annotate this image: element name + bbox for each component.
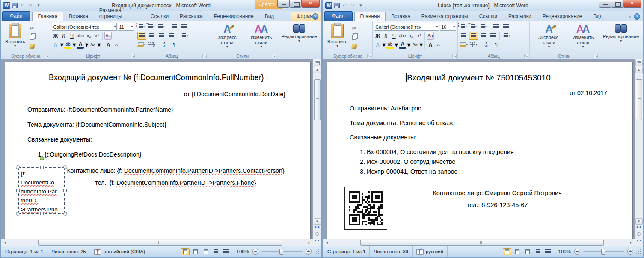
qat-dropdown-icon[interactable]: ▾ <box>35 3 42 8</box>
bullets-button[interactable]: ▾ <box>137 23 146 31</box>
zoom-in-button[interactable]: + <box>627 249 633 255</box>
highlight-button[interactable]: ab <box>64 41 71 49</box>
shrink-font-button[interactable]: А <box>113 41 120 49</box>
bullets-button[interactable]: ▾ <box>459 23 468 31</box>
multilevel-list-button[interactable]: ▾ <box>157 23 166 31</box>
tab-insert[interactable]: Вставка <box>63 12 94 21</box>
italic-button[interactable]: К <box>382 32 389 40</box>
tab-view[interactable]: Вид <box>588 12 608 21</box>
sort-button[interactable]: АЯ↓ <box>160 41 169 49</box>
strikethrough-button[interactable]: abe <box>398 32 407 40</box>
selected-textbox[interactable]: {f: DocumentCo mmonInfo.Par tnerID- >Par… <box>18 167 66 214</box>
bold-button[interactable]: Ж <box>52 32 59 40</box>
paragraph-dialog-launcher[interactable]: ↘ <box>202 54 207 58</box>
spellcheck-error-icon[interactable]: × <box>94 249 101 254</box>
styles-dialog-launcher[interactable]: ↘ <box>594 54 598 58</box>
rotation-handle[interactable] <box>40 156 44 160</box>
subscript-button[interactable]: x₂ <box>407 32 415 40</box>
horizontal-scroll-thumb[interactable] <box>38 240 282 246</box>
align-left-button[interactable] <box>459 32 468 40</box>
numbering-button[interactable]: ▾ <box>469 23 478 31</box>
tab-home[interactable]: Главная <box>32 12 64 21</box>
zoom-slider[interactable] <box>583 251 624 252</box>
qat-dropdown-icon[interactable]: ▾ <box>357 3 364 8</box>
ruler-toggle-button[interactable] <box>635 60 643 66</box>
related-doc-item[interactable]: Исхпр-000041, Ответ на запрос <box>367 168 607 175</box>
view-print-layout-button[interactable] <box>181 248 190 255</box>
minimize-button[interactable] <box>599 0 611 8</box>
zoom-slider-thumb[interactable] <box>279 249 283 255</box>
view-web-layout-button[interactable] <box>202 248 210 255</box>
view-outline-button[interactable] <box>534 248 542 255</box>
resize-handle[interactable] <box>40 212 44 215</box>
scroll-up-button[interactable]: ▲ <box>635 67 643 73</box>
paste-button[interactable]: Вставить ▾ <box>325 23 350 52</box>
font-size-combo[interactable]: 16▾ <box>440 23 456 31</box>
tab-view[interactable]: Вид <box>259 12 280 21</box>
resize-handle[interactable] <box>16 212 20 216</box>
tab-file[interactable]: Файл <box>2 11 30 21</box>
resize-grip[interactable] <box>314 249 319 254</box>
select-browse-object-button[interactable] <box>314 232 321 238</box>
next-page-button[interactable]: ▼▼ <box>314 239 321 245</box>
redo-icon[interactable]: ↷ <box>27 3 34 8</box>
document-page[interactable]: Входящий документ № 750105453010 от 02.1… <box>327 62 632 246</box>
format-painter-button[interactable] <box>28 42 36 50</box>
textbox-content[interactable]: {f: DocumentCo mmonInfo.Par tnerID- >Par… <box>18 167 65 214</box>
show-marks-button[interactable]: ¶ <box>492 41 501 49</box>
save-icon[interactable] <box>12 3 18 8</box>
grow-font-button[interactable]: А <box>427 41 434 49</box>
multilevel-list-button[interactable]: ▾ <box>479 23 488 31</box>
text-effects-button[interactable]: А <box>52 41 59 49</box>
superscript-button[interactable]: x² <box>415 32 423 40</box>
zoom-in-button[interactable]: + <box>306 249 312 255</box>
font-color-button[interactable]: А <box>77 41 84 49</box>
status-page-count[interactable]: Страница: 1 из 1 <box>323 246 370 257</box>
grow-font-button[interactable]: А <box>105 41 112 49</box>
view-draft-button[interactable] <box>222 248 231 255</box>
scroll-right-button[interactable]: ► <box>306 240 313 246</box>
vertical-scrollbar[interactable]: ▲ ▼ ▲▲ ▼▼ <box>313 59 321 246</box>
cut-button[interactable]: ✂ <box>28 24 36 32</box>
cut-button[interactable]: ✂ <box>350 24 359 32</box>
related-doc-item[interactable]: Исх-000002, О сотрудничестве <box>367 158 607 165</box>
tab-mailings[interactable]: Рассылки <box>174 12 208 21</box>
highlight-button[interactable]: ab <box>386 41 394 49</box>
tab-references[interactable]: Ссылки <box>474 12 503 21</box>
tab-mailings[interactable]: Рассылки <box>503 12 537 21</box>
contact-line[interactable]: Контактное лицо: {f: DocumentCommonInfo.… <box>66 167 285 174</box>
minimize-button[interactable] <box>277 0 290 8</box>
word-app-icon[interactable]: W <box>325 2 332 9</box>
ruler-toggle-button[interactable] <box>314 60 321 66</box>
copy-button[interactable] <box>28 33 36 41</box>
bold-button[interactable]: Ж <box>374 32 381 40</box>
related-docs-header[interactable]: Связанные документы: <box>27 136 285 143</box>
zoom-level[interactable]: 100% <box>558 249 571 254</box>
horizontal-scroll-track[interactable] <box>8 240 306 246</box>
align-center-button[interactable] <box>469 32 478 40</box>
vertical-scroll-track[interactable] <box>314 73 321 218</box>
doc-date[interactable]: от 02.10.2017 <box>350 89 607 96</box>
increase-indent-button[interactable] <box>502 23 510 31</box>
shading-button[interactable]: ▾ <box>459 41 468 49</box>
zoom-slider[interactable] <box>261 251 303 252</box>
tab-page-layout[interactable]: Разметка страницы <box>416 12 474 21</box>
resize-handle[interactable] <box>40 166 44 169</box>
doc-sender[interactable]: Отправитель: Альбатрос <box>350 105 607 112</box>
doc-date[interactable]: от {f:DocumentCommonInfo.DocDate} <box>27 91 285 98</box>
status-language[interactable]: × английский (США) <box>90 246 149 257</box>
sort-button[interactable]: АЯ↓ <box>482 41 491 49</box>
resize-handle[interactable] <box>16 165 20 169</box>
editing-button[interactable]: Редактирование ▾ <box>279 23 320 52</box>
help-icon[interactable]: ? <box>312 13 318 20</box>
tab-insert[interactable]: Вставка <box>386 12 416 21</box>
tab-page-layout[interactable]: Разметка страницы <box>94 6 145 21</box>
undo-icon[interactable]: ↶ <box>341 3 348 8</box>
status-word-count[interactable]: Число слов: 25 <box>47 246 90 257</box>
change-case-button[interactable]: Aa <box>411 41 418 49</box>
borders-button[interactable]: ▾ <box>147 41 156 49</box>
zoom-out-button[interactable]: − <box>252 249 258 255</box>
related-doc-item[interactable]: {t:OutgoingRefDocs.DocDescription} <box>45 151 285 158</box>
show-marks-button[interactable]: ¶ <box>170 41 179 49</box>
previous-page-button[interactable]: ▲▲ <box>635 225 643 231</box>
